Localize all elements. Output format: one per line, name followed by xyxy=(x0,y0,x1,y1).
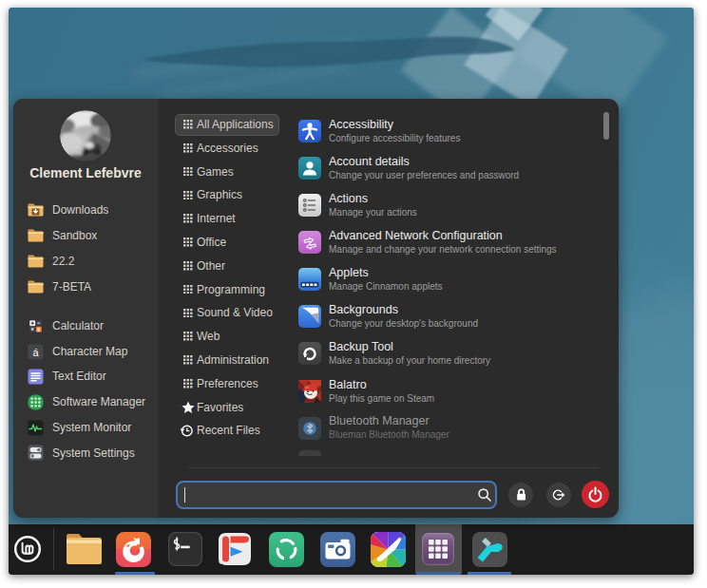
svg-text:á: á xyxy=(32,346,39,357)
